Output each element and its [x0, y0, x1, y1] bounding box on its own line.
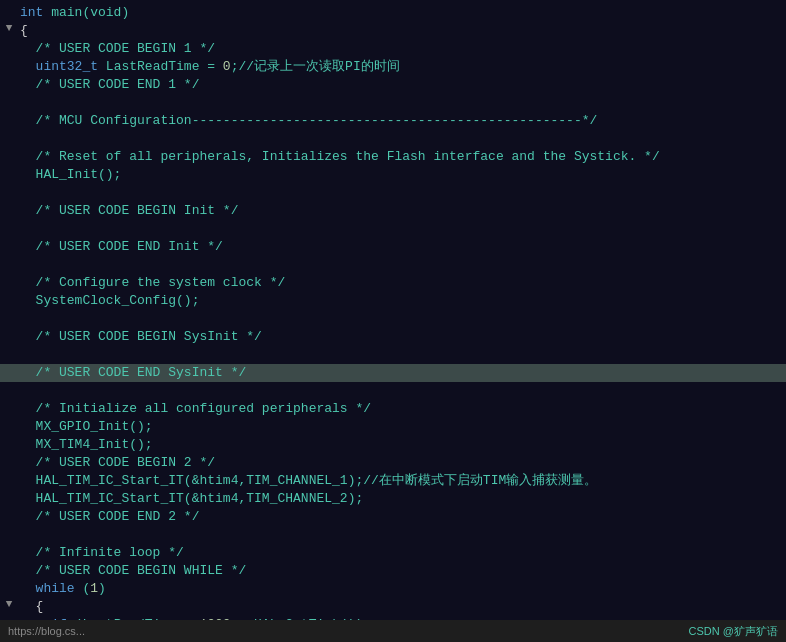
line-content-7: /* MCU Configuration--------------------…: [16, 112, 786, 130]
line-content-18: [16, 310, 786, 328]
brand-label: CSDN @犷声犷语: [689, 624, 778, 639]
line-content-19: /* USER CODE BEGIN SysInit */: [16, 328, 786, 346]
code-line-33: while (1): [0, 580, 786, 598]
code-line-14: /* USER CODE END Init */: [0, 238, 786, 256]
code-line-23: /* Initialize all configured peripherals…: [0, 400, 786, 418]
code-line-19: /* USER CODE BEGIN SysInit */: [0, 328, 786, 346]
code-line-5: /* USER CODE END 1 */: [0, 76, 786, 94]
code-line-20: [0, 346, 786, 364]
code-line-6: [0, 94, 786, 112]
code-line-32: /* USER CODE BEGIN WHILE */: [0, 562, 786, 580]
code-editor: int main(void) ▼ { /* USER CODE BEGIN 1 …: [0, 0, 786, 642]
code-line-12: /* USER CODE BEGIN Init */: [0, 202, 786, 220]
line-content-24: MX_GPIO_Init();: [16, 418, 786, 436]
code-line-26: /* USER CODE BEGIN 2 */: [0, 454, 786, 472]
line-content-34: {: [16, 598, 786, 616]
line-content-9: /* Reset of all peripherals, Initializes…: [16, 148, 786, 166]
line-content-22: [16, 382, 786, 400]
line-content-4: uint32_t LastReadTime = 0;//记录上一次读取PI的时间: [16, 58, 786, 76]
code-line-3: /* USER CODE BEGIN 1 */: [0, 40, 786, 58]
line-content-8: [16, 130, 786, 148]
code-line-16: /* Configure the system clock */: [0, 274, 786, 292]
line-content-32: /* USER CODE BEGIN WHILE */: [16, 562, 786, 580]
code-line-17: SystemClock_Config();: [0, 292, 786, 310]
code-line-29: /* USER CODE END 2 */: [0, 508, 786, 526]
line-content-23: /* Initialize all configured peripherals…: [16, 400, 786, 418]
line-content-21: /* USER CODE END SysInit */: [16, 364, 786, 382]
editor-background: int main(void) ▼ { /* USER CODE BEGIN 1 …: [0, 0, 786, 642]
line-content-26: /* USER CODE BEGIN 2 */: [16, 454, 786, 472]
code-line-10: HAL_Init();: [0, 166, 786, 184]
line-content-20: [16, 346, 786, 364]
line-content-14: /* USER CODE END Init */: [16, 238, 786, 256]
code-line-25: MX_TIM4_Init();: [0, 436, 786, 454]
line-content-25: MX_TIM4_Init();: [16, 436, 786, 454]
status-bar: https://blog.cs... CSDN @犷声犷语: [0, 620, 786, 642]
line-content-33: while (1): [16, 580, 786, 598]
line-content-5: /* USER CODE END 1 */: [16, 76, 786, 94]
line-content-28: HAL_TIM_IC_Start_IT(&htim4,TIM_CHANNEL_2…: [16, 490, 786, 508]
code-line-7: /* MCU Configuration--------------------…: [0, 112, 786, 130]
code-line-22: [0, 382, 786, 400]
code-line-31: /* Infinite loop */: [0, 544, 786, 562]
line-content-11: [16, 184, 786, 202]
code-line-18: [0, 310, 786, 328]
code-line-9: /* Reset of all peripherals, Initializes…: [0, 148, 786, 166]
line-content-17: SystemClock_Config();: [16, 292, 786, 310]
line-content-27: HAL_TIM_IC_Start_IT(&htim4,TIM_CHANNEL_1…: [16, 472, 786, 490]
line-content-29: /* USER CODE END 2 */: [16, 508, 786, 526]
code-area[interactable]: int main(void) ▼ { /* USER CODE BEGIN 1 …: [0, 0, 786, 620]
code-line-11: [0, 184, 786, 202]
line-content-16: /* Configure the system clock */: [16, 274, 786, 292]
watermark-url: https://blog.cs...: [8, 625, 85, 637]
code-line-4: uint32_t LastReadTime = 0;//记录上一次读取PI的时间: [0, 58, 786, 76]
line-content-13: [16, 220, 786, 238]
code-line-28: HAL_TIM_IC_Start_IT(&htim4,TIM_CHANNEL_2…: [0, 490, 786, 508]
code-line-27: HAL_TIM_IC_Start_IT(&htim4,TIM_CHANNEL_1…: [0, 472, 786, 490]
code-line-34: ▼ {: [0, 598, 786, 616]
fold-gutter-34: ▼: [2, 598, 16, 610]
code-line-8: [0, 130, 786, 148]
line-content-2: {: [16, 22, 786, 40]
line-content-6: [16, 94, 786, 112]
line-content-3: /* USER CODE BEGIN 1 */: [16, 40, 786, 58]
line-content-15: [16, 256, 786, 274]
line-content-31: /* Infinite loop */: [16, 544, 786, 562]
code-line-13: [0, 220, 786, 238]
code-line-21: /* USER CODE END SysInit */: [0, 364, 786, 382]
code-line-2: ▼ {: [0, 22, 786, 40]
fold-gutter-2: ▼: [2, 22, 16, 34]
line-content-12: /* USER CODE BEGIN Init */: [16, 202, 786, 220]
code-line-1: int main(void): [0, 4, 786, 22]
line-content-30: [16, 526, 786, 544]
code-line-24: MX_GPIO_Init();: [0, 418, 786, 436]
code-line-15: [0, 256, 786, 274]
line-content-10: HAL_Init();: [16, 166, 786, 184]
line-content-1: int main(void): [16, 4, 786, 22]
code-line-30: [0, 526, 786, 544]
